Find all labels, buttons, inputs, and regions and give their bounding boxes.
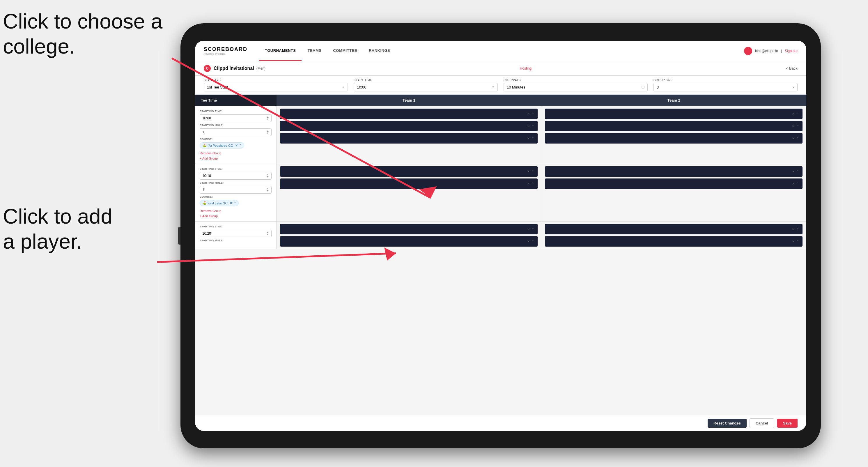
chevron-down-icon-2: ▾ bbox=[793, 86, 794, 89]
starting-hole-input-2[interactable]: 1 ▲ ▼ bbox=[200, 186, 272, 194]
player-row[interactable]: ✕ ⌃ bbox=[280, 108, 538, 119]
remove-course-icon[interactable]: ✕ bbox=[235, 144, 238, 147]
remove-player-icon[interactable]: ✕ bbox=[792, 240, 795, 243]
player-row[interactable]: ✕ ⌃ bbox=[280, 133, 538, 144]
start-type-select[interactable]: 1st Tee Start ▾ bbox=[204, 83, 348, 91]
reorder-icon[interactable]: ⌃ bbox=[531, 227, 534, 231]
player-controls: ✕ ⌃ bbox=[527, 227, 534, 231]
save-button[interactable]: Save bbox=[777, 419, 798, 428]
col-tee-time: Tee Time bbox=[195, 95, 277, 106]
reorder-icon[interactable]: ⌃ bbox=[531, 182, 534, 186]
player-row[interactable]: ✕ ⌃ bbox=[280, 236, 538, 247]
course-tag-1[interactable]: ⛳ (A) Peachtree GC ✕ ⌃ bbox=[200, 143, 244, 149]
group-size-field: Group Size 3 ▾ bbox=[653, 79, 798, 91]
course-label-2: COURSE: bbox=[200, 195, 272, 198]
team1-cell-3: ✕ ⌃ ✕ ⌃ bbox=[277, 222, 541, 249]
reorder-icon[interactable]: ⌃ bbox=[796, 136, 799, 140]
remove-player-icon[interactable]: ✕ bbox=[792, 227, 795, 231]
remove-course-icon-2[interactable]: ✕ bbox=[230, 201, 232, 205]
remove-player-icon[interactable]: ✕ bbox=[792, 112, 795, 116]
chevron-down-icon: ▾ bbox=[343, 86, 345, 89]
starting-hole-label-1: STARTING HOLE: bbox=[200, 124, 272, 127]
player-controls: ✕ ⌃ bbox=[792, 227, 799, 231]
add-group-link-1[interactable]: + Add Group bbox=[200, 157, 272, 160]
remove-player-icon[interactable]: ✕ bbox=[527, 112, 530, 116]
reorder-icon[interactable]: ⌃ bbox=[796, 240, 799, 243]
starting-time-input-1[interactable]: 10:00 ▲ ▼ bbox=[200, 115, 272, 122]
add-group-link-2[interactable]: + Add Group bbox=[200, 214, 272, 218]
reorder-icon[interactable]: ⌃ bbox=[531, 136, 534, 140]
annotation-bottom-line2: a player. bbox=[3, 229, 112, 254]
starting-time-input-2[interactable]: 10:10 ▲ ▼ bbox=[200, 172, 272, 180]
reorder-icon[interactable]: ⌃ bbox=[796, 182, 799, 186]
reorder-icon[interactable]: ⌃ bbox=[531, 124, 534, 128]
team1-cell-1: ✕ ⌃ ✕ ⌃ ✕ bbox=[277, 106, 541, 164]
player-row[interactable]: ✕ ⌃ bbox=[280, 179, 538, 189]
reorder-icon[interactable]: ⌃ bbox=[796, 124, 799, 128]
reorder-icon[interactable]: ⌃ bbox=[531, 170, 534, 174]
player-row[interactable]: ✕ ⌃ bbox=[280, 166, 538, 177]
intervals-field: Intervals 10 Minutes ⓘ bbox=[503, 79, 648, 91]
remove-player-icon[interactable]: ✕ bbox=[792, 136, 795, 140]
tab-tournaments[interactable]: TOURNAMENTS bbox=[259, 41, 302, 61]
remove-player-icon[interactable]: ✕ bbox=[527, 227, 530, 231]
intervals-select[interactable]: 10 Minutes ⓘ bbox=[503, 83, 648, 91]
group-size-label: Group Size bbox=[653, 79, 798, 82]
player-controls: ✕ ⌃ bbox=[792, 182, 799, 186]
nav-logo-sub: Powered by clippd bbox=[204, 53, 247, 55]
annotation-top: Click to choose a college. bbox=[3, 9, 162, 59]
remove-player-icon[interactable]: ✕ bbox=[527, 124, 530, 128]
nav-separator: | bbox=[781, 49, 782, 53]
col-team1: Team 1 bbox=[277, 95, 541, 106]
player-row[interactable]: ✕ ⌃ bbox=[545, 108, 803, 119]
reset-button[interactable]: Reset Changes bbox=[708, 419, 747, 428]
time-arrows-3: ▲ ▼ bbox=[267, 231, 269, 236]
starting-hole-input-1[interactable]: 1 ▲ ▼ bbox=[200, 128, 272, 136]
remove-player-icon[interactable]: ✕ bbox=[527, 182, 530, 186]
starting-time-input-3[interactable]: 10:20 ▲ ▼ bbox=[200, 230, 272, 237]
course-tag-2[interactable]: ⛳ East Lake GC ✕ ⌃ bbox=[200, 200, 239, 206]
reorder-icon[interactable]: ⌃ bbox=[796, 170, 799, 174]
starting-time-label-2: STARTING TIME: bbox=[200, 167, 272, 170]
remove-group-link-2[interactable]: Remove Group bbox=[200, 209, 272, 213]
tab-rankings[interactable]: RANKINGS bbox=[363, 41, 396, 61]
start-time-select[interactable]: 10:00 ⏱ bbox=[354, 83, 498, 91]
remove-player-icon[interactable]: ✕ bbox=[792, 182, 795, 186]
hole-arrows-1: ▲ ▼ bbox=[267, 130, 269, 134]
player-row[interactable]: ✕ ⌃ bbox=[280, 121, 538, 131]
group-row: STARTING TIME: 10:00 ▲ ▼ STARTING HOLE: … bbox=[195, 106, 806, 164]
player-row[interactable]: ✕ ⌃ bbox=[280, 224, 538, 235]
remove-player-icon[interactable]: ✕ bbox=[792, 124, 795, 128]
group-size-select[interactable]: 3 ▾ bbox=[653, 83, 798, 91]
annotation-bottom: Click to add a player. bbox=[3, 204, 112, 254]
table-header: Tee Time Team 1 Team 2 bbox=[195, 95, 806, 106]
remove-player-icon[interactable]: ✕ bbox=[792, 170, 795, 174]
col-team2: Team 2 bbox=[541, 95, 806, 106]
sign-out-link[interactable]: Sign out bbox=[785, 49, 798, 53]
reorder-icon[interactable]: ⌃ bbox=[796, 227, 799, 231]
player-controls: ✕ ⌃ bbox=[792, 170, 799, 174]
cancel-button[interactable]: Cancel bbox=[749, 418, 774, 428]
player-row[interactable]: ✕ ⌃ bbox=[545, 224, 803, 235]
remove-player-icon[interactable]: ✕ bbox=[527, 136, 530, 140]
tablet: SCOREBOARD Powered by clippd TOURNAMENTS… bbox=[181, 23, 821, 448]
tab-teams[interactable]: TEAMS bbox=[302, 41, 327, 61]
player-row[interactable]: ✕ ⌃ bbox=[545, 121, 803, 131]
footer: Reset Changes Cancel Save bbox=[195, 415, 806, 431]
reorder-icon[interactable]: ⌃ bbox=[531, 112, 534, 116]
player-row[interactable]: ✕ ⌃ bbox=[545, 236, 803, 247]
starting-hole-label-3: STARTING HOLE: bbox=[200, 239, 272, 242]
reorder-icon[interactable]: ⌃ bbox=[531, 240, 534, 243]
time-arrows-1: ▲ ▼ bbox=[267, 116, 269, 121]
annotation-top-line2: college. bbox=[3, 34, 162, 59]
player-row[interactable]: ✕ ⌃ bbox=[545, 133, 803, 144]
back-button[interactable]: < Back bbox=[786, 66, 798, 70]
remove-group-link-1[interactable]: Remove Group bbox=[200, 151, 272, 155]
tab-committee[interactable]: COMMITTEE bbox=[327, 41, 363, 61]
time-arrows-2: ▲ ▼ bbox=[267, 174, 269, 178]
remove-player-icon[interactable]: ✕ bbox=[527, 240, 530, 243]
player-row[interactable]: ✕ ⌃ bbox=[545, 166, 803, 177]
remove-player-icon[interactable]: ✕ bbox=[527, 170, 530, 174]
reorder-icon[interactable]: ⌃ bbox=[796, 112, 799, 116]
player-row[interactable]: ✕ ⌃ bbox=[545, 179, 803, 189]
